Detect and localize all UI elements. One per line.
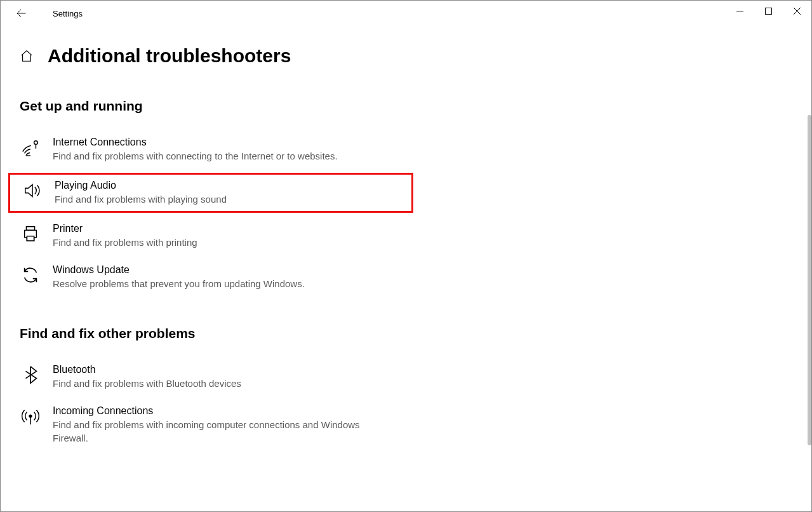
troubleshooter-playing-audio[interactable]: Playing Audio Find and fix problems with… [8, 173, 413, 213]
minimize-button[interactable] [726, 1, 754, 21]
troubleshooter-title: Internet Connections [53, 137, 338, 148]
troubleshooter-desc: Find and fix problems with connecting to… [53, 149, 338, 163]
troubleshooter-title: Printer [53, 223, 197, 234]
svg-rect-6 [27, 236, 34, 241]
troubleshooter-text: Printer Find and fix problems with print… [53, 223, 197, 249]
back-button[interactable] [12, 4, 30, 22]
troubleshooter-title: Windows Update [53, 264, 305, 276]
troubleshooter-desc: Resolve problems that prevent you from u… [53, 277, 305, 290]
speaker-icon [22, 180, 43, 201]
svg-point-2 [34, 141, 38, 145]
troubleshooter-desc: Find and fix problems with incoming comp… [53, 418, 370, 445]
titlebar: Settings [1, 1, 811, 26]
troubleshooter-text: Playing Audio Find and fix problems with… [55, 180, 227, 206]
troubleshooter-text: Internet Connections Find and fix proble… [53, 137, 338, 163]
troubleshooter-desc: Find and fix problems with Bluetooth dev… [53, 377, 241, 390]
troubleshooter-title: Bluetooth [53, 364, 241, 375]
section-title-other: Find and fix other problems [20, 326, 792, 341]
troubleshooter-text: Windows Update Resolve problems that pre… [53, 264, 305, 290]
troubleshooter-text: Bluetooth Find and fix problems with Blu… [53, 364, 241, 390]
troubleshooter-list-getup: Internet Connections Find and fix proble… [20, 131, 413, 295]
svg-point-7 [29, 415, 32, 417]
troubleshooter-title: Incoming Connections [53, 405, 370, 417]
troubleshooter-bluetooth[interactable]: Bluetooth Find and fix problems with Blu… [20, 359, 413, 395]
bluetooth-icon [20, 364, 41, 386]
troubleshooter-desc: Find and fix problems with printing [53, 236, 197, 249]
page-title: Additional troubleshooters [48, 45, 291, 67]
troubleshooter-text: Incoming Connections Find and fix proble… [53, 405, 370, 445]
troubleshooter-windows-update[interactable]: Windows Update Resolve problems that pre… [20, 259, 413, 295]
svg-rect-5 [26, 227, 34, 231]
troubleshooter-printer[interactable]: Printer Find and fix problems with print… [20, 218, 413, 254]
printer-icon [20, 223, 41, 245]
antenna-icon [20, 405, 41, 427]
svg-rect-1 [766, 8, 772, 14]
close-button[interactable] [783, 1, 811, 21]
home-icon[interactable] [20, 49, 34, 63]
troubleshooter-title: Playing Audio [55, 180, 227, 191]
troubleshooter-list-other: Bluetooth Find and fix problems with Blu… [20, 359, 413, 450]
maximize-button[interactable] [754, 1, 783, 21]
section-title-getup: Get up and running [20, 98, 792, 114]
update-icon [20, 264, 41, 286]
window-controls [726, 1, 811, 21]
page-header: Additional troubleshooters [20, 45, 792, 67]
troubleshooter-desc: Find and fix problems with playing sound [55, 192, 227, 206]
troubleshooter-internet-connections[interactable]: Internet Connections Find and fix proble… [20, 131, 413, 168]
wifi-icon [20, 137, 41, 158]
scrollbar[interactable] [808, 26, 811, 511]
scrollbar-thumb[interactable] [808, 115, 811, 445]
app-title: Settings [53, 9, 83, 18]
troubleshooter-incoming-connections[interactable]: Incoming Connections Find and fix proble… [20, 400, 413, 450]
content-area: Additional troubleshooters Get up and ru… [1, 26, 811, 511]
